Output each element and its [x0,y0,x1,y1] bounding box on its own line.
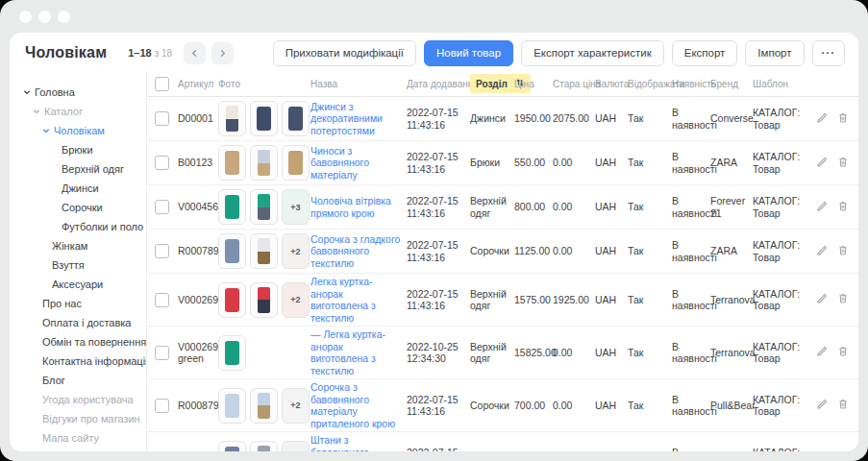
sidebar-item-2[interactable]: Чоловікам [10,121,146,140]
sidebar-item-3[interactable]: Брюки [10,140,146,159]
column-header-brand[interactable]: Бренд [710,79,753,89]
product-photo[interactable] [250,233,278,269]
sidebar-item-1[interactable]: Каталог [10,102,146,121]
sidebar-item-10[interactable]: Аксесуари [10,275,146,294]
sidebar-item-6[interactable]: Сорочки [10,198,146,217]
product-photo[interactable] [250,101,278,136]
edit-button[interactable] [816,111,829,127]
sidebar-tree: ГоловнаКаталогЧоловікамБрюкиВерхній одяг… [10,71,146,451]
chevron-down-icon [31,108,42,115]
product-photo[interactable] [218,101,246,136]
garment-top [258,194,270,207]
delete-button[interactable] [837,244,849,259]
sidebar-item-15[interactable]: Блог [10,371,146,390]
delete-button[interactable] [837,292,849,307]
delete-button[interactable] [837,398,849,413]
product-photo[interactable]: +2 [282,233,310,269]
row-checkbox[interactable] [155,111,169,126]
sidebar-item-4[interactable]: Верхній одяг [10,159,146,179]
product-link[interactable]: Сорочка з бавовняного матеріалу притален… [310,381,407,429]
column-header-display[interactable]: Відображати [628,79,672,89]
product-photo[interactable] [282,101,310,136]
product-link[interactable]: Джинси з декоративними потертостями [310,101,407,137]
sidebar-item-7[interactable]: Футболки и поло [10,217,146,236]
sidebar-item-8[interactable]: Жінкам [10,236,146,255]
column-header-name[interactable]: Назва [310,79,407,89]
prev-page-button[interactable] [184,42,206,64]
product-photo[interactable] [218,441,246,452]
product-photo[interactable]: +2 [282,441,310,452]
sidebar-item-13[interactable]: Обмін та повернення [10,332,146,352]
import-button[interactable]: Імпорт [745,40,804,66]
cell-template: КАТАЛОГ: Товар [753,341,810,365]
product-photo[interactable] [218,145,246,181]
product-photo[interactable] [218,282,246,318]
edit-button[interactable] [816,156,829,171]
hide-modifications-button[interactable]: Приховати модифікації [273,40,416,66]
select-all-checkbox[interactable] [155,77,169,91]
cell-photos: +2 [218,441,310,452]
product-photo[interactable] [218,335,246,371]
product-photo[interactable] [250,145,278,181]
product-photo[interactable]: +2 [282,388,310,424]
sidebar-item-5[interactable]: Джинси [10,179,146,198]
edit-button[interactable] [816,345,829,360]
delete-button[interactable] [837,156,849,171]
column-header-availability[interactable]: Наявність [672,79,710,89]
product-photo[interactable] [250,441,278,452]
new-product-button[interactable]: Новий товар [424,40,513,66]
row-checkbox[interactable] [155,156,169,170]
product-photo[interactable] [250,388,278,424]
column-header-photo[interactable]: Фото [218,79,310,89]
more-actions-button[interactable]: ··· [812,40,846,66]
row-checkbox[interactable] [155,346,169,360]
product-photo[interactable] [250,282,278,318]
column-header-section[interactable]: Розділ [470,74,514,93]
column-header-price[interactable]: Ціна [514,79,553,89]
delete-button[interactable] [837,200,849,215]
delete-button[interactable] [837,111,849,127]
export-button[interactable]: Експорт [672,40,738,66]
sidebar-item-9[interactable]: Взуття [10,255,146,275]
column-header-old_price[interactable]: Стара ціна [553,79,595,89]
edit-button[interactable] [816,244,829,259]
product-link[interactable]: Чоловіча вітрівка прямого крою [310,195,407,219]
sidebar-item-16[interactable]: Угода користувача [10,390,146,409]
next-page-button[interactable] [211,42,234,64]
product-photo[interactable] [218,233,246,269]
product-link[interactable]: — Легка куртка-анорак виготовлена з текс… [310,328,407,376]
product-photo[interactable]: +2 [282,282,310,318]
delete-button[interactable] [837,450,849,451]
row-checkbox[interactable] [155,451,169,452]
edit-button[interactable] [816,450,829,451]
garment-shape [225,288,239,312]
product-photo[interactable] [218,388,246,424]
column-header-template[interactable]: Шаблон [753,79,810,89]
row-checkbox[interactable] [155,244,169,258]
edit-button[interactable] [816,398,829,413]
sidebar-item-14[interactable]: Контактна інформація [10,352,146,371]
column-header-date[interactable]: Дата додавання [407,79,470,89]
sidebar-item-11[interactable]: Про нас [10,294,146,313]
export-characteristics-button[interactable]: Експорт характеристик [521,40,664,66]
row-checkbox[interactable] [155,399,169,413]
edit-button[interactable] [816,292,829,307]
delete-button[interactable] [837,345,849,360]
product-link[interactable]: Легка куртка-анорак виготовлена з тексти… [310,276,407,324]
sidebar-item-17[interactable]: Відгуки про магазин [10,409,146,428]
product-photo[interactable] [218,189,246,225]
row-checkbox[interactable] [155,200,169,214]
row-checkbox[interactable] [155,293,169,307]
sidebar-item-18[interactable]: Мапа сайту [10,428,146,448]
product-photo[interactable]: +3 [282,189,310,225]
product-photo[interactable] [282,145,310,181]
product-photo[interactable] [250,189,278,225]
product-link[interactable]: Чиноси з бавовняного матеріалу [310,145,407,182]
column-header-article[interactable]: Артикул [178,79,218,89]
product-link[interactable]: Штани з бавовняного матеріалу прямого кр… [310,434,407,451]
edit-button[interactable] [816,200,829,215]
sidebar-item-12[interactable]: Оплата і доставка [10,313,146,332]
sidebar-item-0[interactable]: Головна [10,83,146,102]
column-header-currency[interactable]: Валюта [595,79,628,89]
product-link[interactable]: Сорочка з гладкого бавовняного текстилю [310,233,407,270]
